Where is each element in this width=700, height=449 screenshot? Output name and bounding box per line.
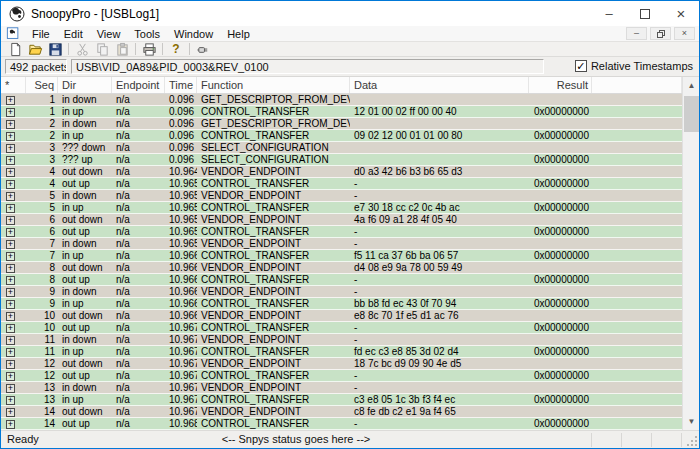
packet-row[interactable]: +1in downn/a0.096GET_DESCRIPTOR_FROM_DEV… xyxy=(1,94,682,106)
packet-row[interactable]: +10out upn/a10.967CONTROL_TRANSFER-0x000… xyxy=(1,322,682,334)
scrollbar-thumb[interactable] xyxy=(684,96,699,132)
packet-row[interactable]: +13in downn/a10.967VENDOR_ENDPOINT- xyxy=(1,382,682,394)
packet-row[interactable]: +2in upn/a0.096CONTROL_TRANSFER09 02 12 … xyxy=(1,130,682,142)
column-header-seq[interactable]: Seq xyxy=(26,77,58,93)
packet-row[interactable]: +4out downn/a10.964VENDOR_ENDPOINTd0 a3 … xyxy=(1,166,682,178)
expand-icon[interactable]: + xyxy=(6,420,15,429)
print-icon[interactable] xyxy=(139,42,159,57)
expand-icon[interactable]: + xyxy=(6,336,15,345)
menu-item-window[interactable]: Window xyxy=(167,27,220,41)
copy-icon[interactable] xyxy=(92,42,112,57)
expand-icon[interactable]: + xyxy=(6,252,15,261)
column-header-function[interactable]: Function xyxy=(197,77,350,93)
minimize-button[interactable]: – xyxy=(591,1,627,26)
close-button[interactable]: × xyxy=(663,1,699,26)
save-icon[interactable] xyxy=(45,42,65,57)
plug-icon[interactable] xyxy=(193,42,213,57)
menu-item-tools[interactable]: Tools xyxy=(127,27,167,41)
maximize-button[interactable] xyxy=(627,1,663,26)
column-header-endpoint[interactable]: Endpoint xyxy=(112,77,165,93)
expand-icon[interactable]: + xyxy=(6,204,15,213)
expand-icon[interactable]: + xyxy=(6,348,15,357)
packet-row[interactable]: +11in downn/a10.967VENDOR_ENDPOINT- xyxy=(1,334,682,346)
list-header[interactable]: *SeqDirEndpointTimeFunctionDataResult xyxy=(1,77,682,94)
packet-row[interactable]: +9in downn/a10.966VENDOR_ENDPOINT- xyxy=(1,286,682,298)
expand-icon[interactable]: + xyxy=(6,312,15,321)
expand-icon[interactable]: + xyxy=(6,108,15,117)
column-header-result[interactable]: Result xyxy=(529,77,592,93)
expand-icon[interactable]: + xyxy=(6,216,15,225)
expand-icon[interactable]: + xyxy=(6,360,15,369)
column-header-filler[interactable] xyxy=(592,77,682,93)
expand-icon[interactable]: + xyxy=(6,132,15,141)
packet-row[interactable]: +3??? upn/a0.096SELECT_CONFIGURATION0x00… xyxy=(1,154,682,166)
cell-result xyxy=(529,262,592,273)
expand-icon[interactable]: + xyxy=(6,144,15,153)
packet-row[interactable]: +2in downn/a0.096GET_DESCRIPTOR_FROM_DEV… xyxy=(1,118,682,130)
expand-icon[interactable]: + xyxy=(6,264,15,273)
expand-icon[interactable]: + xyxy=(6,192,15,201)
scroll-down-arrow-icon[interactable]: ▼ xyxy=(683,413,700,430)
packet-row[interactable]: +4out upn/a10.965CONTROL_TRANSFER-0x0000… xyxy=(1,178,682,190)
paste-icon[interactable] xyxy=(112,42,132,57)
cell-dir: out down xyxy=(58,166,112,177)
column-header-data[interactable]: Data xyxy=(350,77,529,93)
packet-row[interactable]: +3??? downn/a0.096SELECT_CONFIGURATION xyxy=(1,142,682,154)
packet-row[interactable]: +12out upn/a10.967CONTROL_TRANSFER-0x000… xyxy=(1,370,682,382)
packet-row[interactable]: +6out upn/a10.965CONTROL_TRANSFER-0x0000… xyxy=(1,226,682,238)
packet-row[interactable]: +10out downn/a10.966VENDOR_ENDPOINTe8 8c… xyxy=(1,310,682,322)
packet-row[interactable]: +12out downn/a10.967VENDOR_ENDPOINT18 7c… xyxy=(1,358,682,370)
mdi-close-button[interactable]: × xyxy=(674,27,695,40)
packet-row[interactable]: +8out downn/a10.966VENDOR_ENDPOINTd4 08 … xyxy=(1,262,682,274)
column-header-expand[interactable]: * xyxy=(1,77,26,93)
packet-row[interactable]: +14out downn/a10.967VENDOR_ENDPOINTc8 fe… xyxy=(1,406,682,418)
mdi-minimize-button[interactable]: – xyxy=(626,27,647,40)
packet-row[interactable]: +1in upn/a0.096CONTROL_TRANSFER12 01 00 … xyxy=(1,106,682,118)
packet-row[interactable]: +5in downn/a10.965VENDOR_ENDPOINT- xyxy=(1,190,682,202)
expand-icon[interactable]: + xyxy=(6,372,15,381)
help-icon[interactable]: ? xyxy=(166,42,186,57)
column-header-time[interactable]: Time xyxy=(165,77,197,93)
expand-icon[interactable]: + xyxy=(6,324,15,333)
expand-icon[interactable]: + xyxy=(6,120,15,129)
scroll-up-arrow-icon[interactable]: ▲ xyxy=(683,77,700,94)
new-icon[interactable] xyxy=(5,42,25,57)
packet-row[interactable]: +7in upn/a10.966CONTROL_TRANSFERf5 11 ca… xyxy=(1,250,682,262)
expand-icon[interactable]: + xyxy=(6,240,15,249)
expand-icon[interactable]: + xyxy=(6,228,15,237)
packet-row[interactable]: +13in upn/a10.967CONTROL_TRANSFERc3 e8 0… xyxy=(1,394,682,406)
packet-row[interactable]: +7in downn/a10.965VENDOR_ENDPOINT- xyxy=(1,238,682,250)
packet-row[interactable]: +8out upn/a10.966CONTROL_TRANSFER-0x0000… xyxy=(1,274,682,286)
menu-item-edit[interactable]: Edit xyxy=(57,27,90,41)
column-header-dir[interactable]: Dir xyxy=(58,77,112,93)
title-bar[interactable]: SnoopyPro - [USBLog1] – × xyxy=(1,1,699,26)
expand-icon[interactable]: + xyxy=(6,288,15,297)
mdi-restore-button[interactable] xyxy=(650,27,671,40)
packet-row[interactable]: +11in upn/a10.967CONTROL_TRANSFERfd ec c… xyxy=(1,346,682,358)
menu-item-file[interactable]: File xyxy=(25,27,57,41)
resize-grip[interactable] xyxy=(687,436,697,446)
expand-icon[interactable]: + xyxy=(6,300,15,309)
expand-icon[interactable]: + xyxy=(6,396,15,405)
cell-dir: in up xyxy=(58,394,112,405)
cell-filler xyxy=(592,190,682,201)
expand-icon[interactable]: + xyxy=(6,168,15,177)
menu-item-view[interactable]: View xyxy=(90,27,128,41)
expand-icon[interactable]: + xyxy=(6,408,15,417)
expand-icon[interactable]: + xyxy=(6,384,15,393)
cut-icon[interactable] xyxy=(72,42,92,57)
expand-icon[interactable]: + xyxy=(6,96,15,105)
vertical-scrollbar[interactable]: ▲ ▼ xyxy=(682,77,699,430)
packet-row[interactable]: +14out upn/a10.968CONTROL_TRANSFER-0x000… xyxy=(1,418,682,430)
packet-row[interactable]: +6out downn/a10.965VENDOR_ENDPOINT4a f6 … xyxy=(1,214,682,226)
relative-timestamps-checkbox[interactable]: ✓ xyxy=(575,60,587,72)
expand-icon[interactable]: + xyxy=(6,156,15,165)
menu-item-help[interactable]: Help xyxy=(220,27,257,41)
cell-endpoint: n/a xyxy=(112,226,165,237)
open-icon[interactable] xyxy=(25,42,45,57)
relative-timestamps-toggle[interactable]: ✓ Relative Timestamps xyxy=(575,60,693,72)
expand-icon[interactable]: + xyxy=(6,180,15,189)
expand-icon[interactable]: + xyxy=(6,276,15,285)
packet-row[interactable]: +9in upn/a10.966CONTROL_TRANSFERbb b8 fd… xyxy=(1,298,682,310)
packet-row[interactable]: +5in upn/a10.965CONTROL_TRANSFERe7 30 18… xyxy=(1,202,682,214)
